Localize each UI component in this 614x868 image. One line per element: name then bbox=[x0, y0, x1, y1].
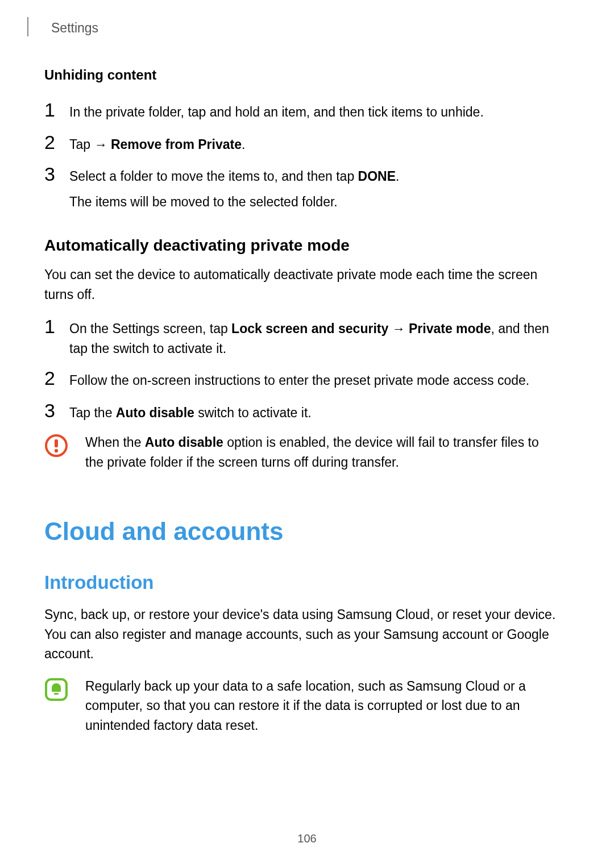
tip-icon bbox=[44, 676, 68, 701]
intro-para: Sync, back up, or restore your device's … bbox=[44, 605, 558, 664]
intro-heading: Introduction bbox=[44, 572, 558, 593]
list-item: 2 Tap → Remove from Private. bbox=[44, 132, 558, 155]
text: Tap the bbox=[69, 405, 116, 420]
list-item: 3 Select a folder to move the items to, … bbox=[44, 164, 558, 211]
page-number: 106 bbox=[0, 832, 614, 845]
svg-rect-1 bbox=[55, 439, 58, 447]
text: The items will be moved to the selected … bbox=[69, 192, 558, 212]
text: Select a folder to move the items to, an… bbox=[69, 169, 358, 184]
list-item: 1 On the Settings screen, tap Lock scree… bbox=[44, 317, 558, 358]
arrow-icon: → bbox=[388, 321, 409, 336]
tip-text: Regularly back up your data to a safe lo… bbox=[85, 676, 558, 736]
list-body: Tap → Remove from Private. bbox=[69, 132, 558, 155]
cloud-title: Cloud and accounts bbox=[44, 517, 558, 546]
warning-text: When the Auto disable option is enabled,… bbox=[85, 433, 558, 472]
page-content: Settings Unhiding content 1 In the priva… bbox=[0, 0, 614, 735]
page-header: Settings bbox=[27, 20, 558, 36]
header-divider bbox=[27, 17, 28, 36]
warning-icon bbox=[44, 433, 68, 458]
list-item: 2 Follow the on-screen instructions to e… bbox=[44, 368, 558, 391]
list-item: 1 In the private folder, tap and hold an… bbox=[44, 100, 558, 122]
text-bold: Auto disable bbox=[145, 435, 223, 450]
list-number: 3 bbox=[44, 164, 69, 184]
text: . bbox=[242, 137, 245, 152]
list-number: 2 bbox=[44, 368, 69, 388]
list-number: 3 bbox=[44, 401, 69, 420]
text-bold: DONE bbox=[358, 169, 396, 184]
text: On the Settings screen, tap bbox=[69, 321, 231, 336]
svg-rect-2 bbox=[55, 449, 58, 452]
auto-intro: You can set the device to automatically … bbox=[44, 265, 558, 304]
breadcrumb-title: Settings bbox=[51, 20, 98, 36]
text: . bbox=[396, 169, 399, 184]
unhiding-heading: Unhiding content bbox=[44, 67, 558, 83]
list-item: 3 Tap the Auto disable switch to activat… bbox=[44, 401, 558, 423]
list-number: 1 bbox=[44, 100, 69, 119]
text: switch to activate it. bbox=[194, 405, 312, 420]
text: Tap bbox=[69, 137, 94, 152]
auto-heading: Automatically deactivating private mode bbox=[44, 236, 558, 255]
svg-rect-4 bbox=[54, 693, 59, 695]
text-bold: Lock screen and security bbox=[231, 321, 388, 336]
text-bold: Auto disable bbox=[116, 405, 194, 420]
tip-callout: Regularly back up your data to a safe lo… bbox=[44, 676, 558, 736]
text-bold: Remove from Private bbox=[111, 137, 242, 152]
list-body: On the Settings screen, tap Lock screen … bbox=[69, 317, 558, 358]
text: When the bbox=[85, 435, 145, 450]
list-number: 1 bbox=[44, 317, 69, 336]
list-body: In the private folder, tap and hold an i… bbox=[69, 100, 558, 122]
arrow-icon: → bbox=[94, 137, 110, 152]
warning-callout: When the Auto disable option is enabled,… bbox=[44, 433, 558, 472]
list-body: Tap the Auto disable switch to activate … bbox=[69, 401, 558, 423]
list-body: Follow the on-screen instructions to ent… bbox=[69, 368, 558, 391]
text-bold: Private mode bbox=[409, 321, 491, 336]
list-number: 2 bbox=[44, 132, 69, 152]
list-body: Select a folder to move the items to, an… bbox=[69, 164, 558, 211]
